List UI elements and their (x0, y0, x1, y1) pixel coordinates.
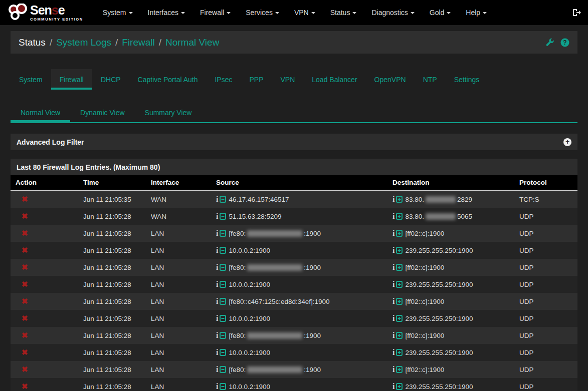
menu-item-vpn[interactable]: VPN (287, 9, 323, 17)
tab-openvpn[interactable]: OpenVPN (366, 69, 415, 90)
tab-vpn[interactable]: VPN (272, 69, 303, 90)
menu-item-diagnostics[interactable]: Diagnostics (364, 9, 422, 17)
destination-cell: i239.255.255.250:1900 (387, 310, 514, 327)
block-x-icon[interactable]: ✖ (22, 331, 28, 339)
info-icon[interactable]: i (216, 314, 218, 322)
breadcrumb-firewall[interactable]: Firewall (122, 37, 154, 48)
info-icon[interactable]: i (216, 246, 218, 254)
block-x-icon[interactable]: ✖ (22, 280, 28, 288)
easyrule-block-icon[interactable] (220, 195, 226, 203)
destination-address: 239.255.255.250:1900 (405, 383, 473, 390)
info-icon[interactable]: i (216, 348, 218, 356)
block-x-icon[interactable]: ✖ (22, 314, 28, 322)
time-cell: Jun 11 21:05:28 (78, 344, 146, 361)
easyrule-pass-icon[interactable] (396, 314, 403, 322)
easyrule-pass-icon[interactable] (396, 195, 403, 203)
menu-item-firewall[interactable]: Firewall (192, 9, 238, 17)
protocol-cell: TCP:S (514, 190, 577, 208)
easyrule-block-icon[interactable] (220, 314, 226, 322)
tab-normal-view[interactable]: Normal View (11, 103, 70, 123)
info-icon[interactable]: i (216, 263, 218, 271)
easyrule-pass-icon[interactable] (396, 382, 403, 390)
breadcrumb-system-logs[interactable]: System Logs (56, 37, 111, 48)
easyrule-pass-icon[interactable] (396, 280, 403, 288)
tab-summary-view[interactable]: Summary View (135, 103, 202, 122)
destination-cell: i[ff02::c]:1900 (387, 293, 514, 310)
protocol-cell: UDP (514, 208, 577, 225)
easyrule-block-icon[interactable] (220, 331, 226, 339)
info-icon[interactable]: i (216, 280, 218, 288)
info-icon[interactable]: i (393, 314, 395, 322)
easyrule-pass-icon[interactable] (396, 297, 403, 305)
tab-ntp[interactable]: NTP (415, 69, 446, 90)
plus-circle-icon[interactable]: + (563, 138, 571, 146)
info-icon[interactable]: i (393, 246, 395, 254)
block-x-icon[interactable]: ✖ (22, 246, 28, 254)
menu-item-help[interactable]: Help (458, 9, 494, 17)
info-icon[interactable]: i (216, 297, 218, 305)
easyrule-pass-icon[interactable] (396, 365, 403, 373)
info-icon[interactable]: i (216, 365, 218, 373)
easyrule-block-icon[interactable] (220, 246, 226, 254)
info-icon[interactable]: i (393, 263, 395, 271)
block-x-icon[interactable]: ✖ (22, 263, 28, 271)
info-icon[interactable]: i (216, 195, 218, 203)
time-cell: Jun 11 21:05:28 (78, 327, 146, 344)
block-x-icon[interactable]: ✖ (22, 212, 28, 220)
easyrule-block-icon[interactable] (220, 297, 226, 305)
tab-dhcp[interactable]: DHCP (92, 69, 129, 90)
tab-dynamic-view[interactable]: Dynamic View (70, 103, 134, 122)
info-icon[interactable]: i (393, 195, 395, 203)
menu-item-interfaces[interactable]: Interfaces (140, 9, 192, 17)
action-cell: ✖ (11, 190, 78, 208)
wrench-icon[interactable] (546, 38, 554, 47)
info-icon[interactable]: i (393, 212, 395, 220)
easyrule-block-icon[interactable] (220, 280, 226, 288)
easyrule-pass-icon[interactable] (396, 331, 403, 339)
block-x-icon[interactable]: ✖ (22, 348, 28, 356)
easyrule-pass-icon[interactable] (396, 246, 403, 254)
menu-item-system[interactable]: System (95, 9, 140, 17)
easyrule-pass-icon[interactable] (396, 348, 403, 356)
menu-item-status[interactable]: Status (323, 9, 364, 17)
easyrule-block-icon[interactable] (220, 229, 226, 237)
easyrule-pass-icon[interactable] (396, 229, 403, 237)
tab-ppp[interactable]: PPP (241, 69, 272, 90)
menu-item-gold[interactable]: Gold (422, 9, 459, 17)
block-x-icon[interactable]: ✖ (22, 382, 28, 390)
info-icon[interactable]: i (216, 212, 218, 220)
easyrule-pass-icon[interactable] (396, 263, 403, 271)
info-icon[interactable]: i (216, 382, 218, 390)
menu-item-services[interactable]: Services (238, 9, 287, 17)
tab-system[interactable]: System (11, 69, 51, 90)
info-icon[interactable]: i (216, 331, 218, 339)
pfsense-logo[interactable]: Sense COMMUNITY EDITION (7, 4, 83, 22)
easyrule-block-icon[interactable] (220, 212, 226, 220)
tab-settings[interactable]: Settings (446, 69, 488, 90)
easyrule-pass-icon[interactable] (396, 212, 403, 220)
tab-load-balancer[interactable]: Load Balancer (303, 69, 365, 90)
block-x-icon[interactable]: ✖ (22, 195, 28, 203)
info-icon[interactable]: i (393, 365, 395, 373)
info-icon[interactable]: i (393, 229, 395, 237)
tab-ipsec[interactable]: IPsec (206, 69, 241, 90)
info-icon[interactable]: i (393, 382, 395, 390)
block-x-icon[interactable]: ✖ (22, 297, 28, 305)
info-icon[interactable]: i (393, 280, 395, 288)
block-x-icon[interactable]: ✖ (22, 229, 28, 237)
easyrule-block-icon[interactable] (220, 365, 226, 373)
easyrule-block-icon[interactable] (220, 348, 226, 356)
tab-firewall[interactable]: Firewall (51, 69, 92, 90)
easyrule-block-icon[interactable] (220, 382, 226, 390)
info-icon[interactable]: i (393, 331, 395, 339)
info-icon[interactable]: i (216, 229, 218, 237)
info-icon[interactable]: i (393, 348, 395, 356)
help-icon[interactable]: ? (560, 38, 569, 47)
tab-captive-portal-auth[interactable]: Captive Portal Auth (129, 69, 207, 90)
easyrule-block-icon[interactable] (220, 263, 226, 271)
breadcrumb-normal-view[interactable]: Normal View (165, 37, 219, 48)
info-icon[interactable]: i (393, 297, 395, 305)
time-cell: Jun 11 21:05:28 (78, 276, 146, 293)
block-x-icon[interactable]: ✖ (22, 365, 28, 373)
sign-out-icon[interactable] (572, 8, 581, 17)
